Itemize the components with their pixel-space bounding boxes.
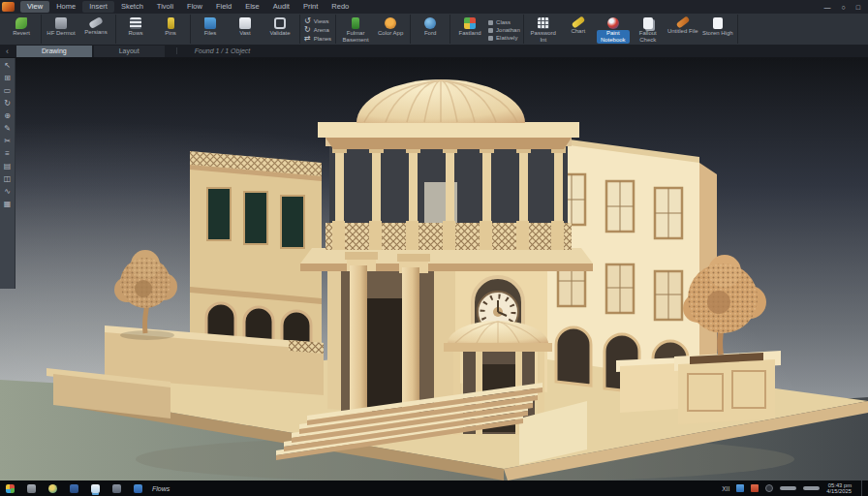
minimize-button[interactable]: —: [824, 4, 831, 11]
green-swoosh-icon: [16, 17, 27, 29]
pencil-icon: [571, 16, 585, 28]
ribbon-group: Password IntChartPaint NotebookFallout C…: [524, 15, 738, 44]
restore-button[interactable]: ○: [842, 4, 846, 11]
ribbon-item-label: Revert: [13, 30, 30, 37]
app-logo-icon[interactable]: [2, 2, 15, 12]
menu-item[interactable]: Field: [209, 1, 238, 13]
menu-item[interactable]: Redo: [325, 1, 356, 13]
menu-item[interactable]: Print: [296, 1, 325, 13]
menu-bar: ViewHomeInsertSketchTivoliFlowFieldElseA…: [20, 1, 356, 13]
ribbon-item-label: Persians: [84, 29, 107, 36]
document-tab[interactable]: Layout: [94, 46, 165, 57]
ribbon-item-label: Chart: [571, 28, 585, 35]
list-icon: [130, 17, 141, 29]
ribbon-item-label: Ford: [424, 30, 436, 37]
ribbon-item[interactable]: Vast: [229, 16, 262, 37]
add-icon[interactable]: ⊕: [4, 111, 11, 120]
start-icon[interactable]: [6, 484, 15, 493]
ribbon-item-label: Color App: [378, 30, 403, 37]
titlebar: ViewHomeInsertSketchTivoliFlowFieldElseA…: [0, 0, 868, 14]
menu-item[interactable]: Audit: [266, 1, 296, 13]
document-tabs: DrawingLayout: [16, 46, 165, 57]
store-app-icon[interactable]: [70, 484, 78, 493]
ribbon-item[interactable]: Fulmar Basement: [339, 16, 372, 44]
cells-icon[interactable]: ▦: [4, 200, 12, 208]
ribbon-item[interactable]: Color App: [374, 16, 407, 37]
ribbon-item[interactable]: Rows: [119, 16, 152, 37]
menu-icon[interactable]: ≡: [5, 149, 10, 158]
chevron-left-icon[interactable]: ‹: [0, 46, 15, 56]
sphere-icon: [607, 17, 619, 29]
ribbon-side-item[interactable]: Class: [488, 19, 520, 25]
menu-item[interactable]: Flow: [180, 1, 209, 13]
ribbon-side-item[interactable]: Jonathan: [488, 27, 520, 33]
ribbon-item[interactable]: Fallout Check: [632, 16, 665, 44]
ribbon-item-label: Files: [204, 30, 217, 37]
ribbon-item[interactable]: Storen High: [701, 16, 734, 37]
document-tab[interactable]: Drawing: [16, 46, 92, 57]
ribbon-item[interactable]: ↻Arena: [304, 26, 329, 34]
ribbon-item[interactable]: Password Int: [527, 16, 560, 44]
ribbon-group: RowsPins: [116, 15, 191, 44]
cut-icon[interactable]: ✂: [4, 137, 11, 145]
ribbon-item-label: Fulmar Basement: [339, 30, 372, 44]
panel-icon[interactable]: ▤: [4, 162, 12, 170]
ribbon-item[interactable]: ↺Views: [304, 17, 329, 25]
menu-item[interactable]: Tivoli: [150, 1, 180, 13]
ribbon-item[interactable]: Untitled File: [666, 16, 699, 35]
tray-status-circle-icon[interactable]: [765, 484, 773, 492]
menu-item[interactable]: Else: [238, 1, 266, 13]
taskbar: Flows XII 05:43 pm 4/15/2025: [0, 480, 868, 496]
ribbon-item[interactable]: Persians: [79, 16, 112, 36]
ribbon-item[interactable]: Revert: [5, 16, 38, 37]
tray-app-blue-icon[interactable]: [736, 484, 744, 492]
ribbon-item[interactable]: HF Dermot: [45, 16, 78, 37]
tray-app-red-icon[interactable]: [751, 484, 759, 492]
ribbon-item[interactable]: ⇄Planes: [304, 35, 331, 43]
left-tool-palette: ↖⊞▭↻⊕✎✂≡▤◫∿▦: [0, 58, 16, 289]
select-icon[interactable]: ↖: [4, 61, 11, 70]
ribbon-item-label: Password Int: [527, 30, 560, 44]
ribbon-item[interactable]: Pins: [154, 16, 187, 37]
menu-item[interactable]: View: [20, 1, 49, 13]
ribbon-item[interactable]: Files: [194, 16, 227, 37]
pen-icon[interactable]: ✎: [4, 124, 11, 133]
ribbon-side-item[interactable]: Elatively: [488, 35, 520, 41]
ribbon-item[interactable]: Validate: [264, 16, 296, 37]
maximize-button[interactable]: □: [856, 4, 860, 11]
stamp-icon: [55, 17, 67, 29]
ribbon-item[interactable]: Paint Notebook: [597, 16, 630, 44]
document-app-icon[interactable]: [134, 484, 142, 493]
wave-icon[interactable]: ∿: [4, 187, 11, 196]
notes-app-icon[interactable]: [91, 484, 100, 493]
network-indicator-icon[interactable]: [780, 486, 796, 490]
ribbon-group: ↺Views↻Arena⇄Planes: [300, 15, 336, 44]
grid-icon[interactable]: ⊞: [4, 74, 11, 82]
ribbon-item[interactable]: Ford: [414, 16, 447, 37]
rect-icon[interactable]: ▭: [4, 86, 12, 95]
ribbon-item-label: Views: [314, 18, 329, 25]
palette-icon: [464, 17, 476, 29]
door-icon: [352, 17, 359, 29]
menu-item[interactable]: Sketch: [114, 1, 150, 13]
tray-language-label[interactable]: XII: [722, 485, 729, 492]
ribbon-item[interactable]: Fastland: [453, 16, 486, 37]
ribbon-item[interactable]: Chart: [562, 16, 595, 35]
ribbon-item-label: Vast: [239, 30, 251, 37]
settings-app-icon[interactable]: [112, 484, 121, 493]
menu-item[interactable]: Insert: [82, 1, 114, 13]
column-icon[interactable]: ◫: [4, 174, 12, 183]
menu-item[interactable]: Home: [49, 1, 82, 13]
viewport-3d[interactable]: ↖⊞▭↻⊕✎✂≡▤◫∿▦: [0, 58, 868, 480]
docs-icon: [643, 17, 653, 29]
browser-app-icon[interactable]: [48, 484, 57, 493]
package-icon: [239, 17, 251, 29]
bullet-icon: [488, 20, 493, 25]
orbit-icon[interactable]: ↻: [4, 99, 11, 108]
tray-clock[interactable]: 05:43 pm 4/15/2025: [826, 482, 852, 494]
volume-indicator-icon[interactable]: [803, 486, 820, 490]
files-app-icon[interactable]: [27, 484, 36, 493]
show-desktop-button[interactable]: [861, 480, 864, 496]
system-tray: XII 05:43 pm 4/15/2025: [722, 480, 868, 496]
ribbon-group: Fulmar BasementColor App: [336, 15, 411, 44]
